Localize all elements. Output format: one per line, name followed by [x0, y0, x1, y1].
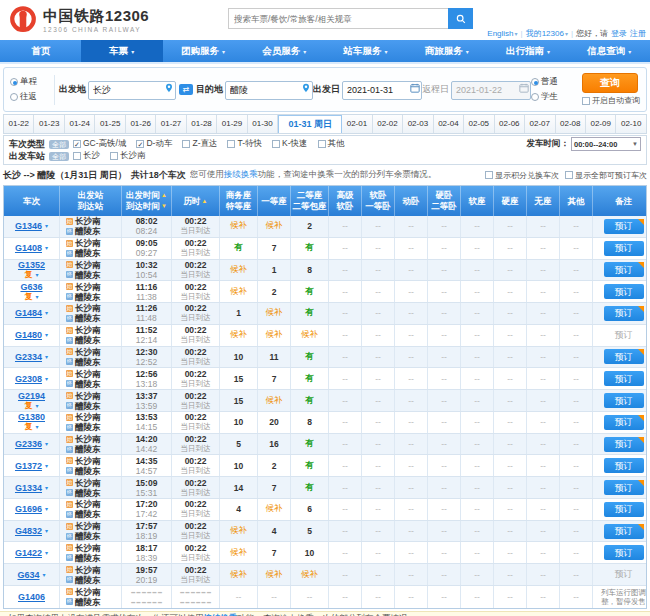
register-link[interactable]: 注册: [630, 28, 646, 39]
train-number-link[interactable]: G636: [20, 282, 42, 292]
filter-type-T-特快[interactable]: T-特快: [227, 138, 262, 150]
expand-row-icon[interactable]: ▾: [45, 374, 48, 384]
site-logo[interactable]: 中国铁路12306 12306 CHINA RAILWAY: [8, 5, 149, 35]
book-button[interactable]: 预订: [604, 284, 644, 299]
nav-item-7[interactable]: 信息查询▾: [569, 40, 650, 62]
site-search-input[interactable]: [228, 8, 448, 29]
swap-stations-button[interactable]: ⇄: [176, 84, 196, 95]
book-button[interactable]: 预订: [604, 262, 644, 277]
expand-row-icon[interactable]: ▾: [35, 422, 38, 432]
expand-row-icon[interactable]: ▾: [43, 570, 46, 580]
column-header-8[interactable]: 软卧一等卧: [362, 186, 395, 216]
filter-type-其他[interactable]: 其他: [318, 138, 345, 150]
waitlist-link[interactable]: 候补: [230, 569, 247, 581]
date-tab-01-26[interactable]: 01-26: [126, 115, 156, 133]
expand-row-icon[interactable]: ▾: [45, 526, 48, 536]
toggle-显示全部可预订车次[interactable]: 显示全部可预订车次: [565, 170, 647, 181]
train-number-link[interactable]: G1484: [15, 308, 42, 318]
student-passenger-radio[interactable]: 学生: [531, 91, 571, 103]
date-tab-01-27[interactable]: 01-27: [156, 115, 186, 133]
date-tab-02-02[interactable]: 02-02: [373, 115, 403, 133]
site-search-button[interactable]: [448, 8, 473, 29]
waitlist-link[interactable]: 候补: [230, 286, 247, 298]
expand-row-icon[interactable]: ▾: [45, 461, 48, 471]
expand-row-icon[interactable]: ▾: [45, 483, 48, 493]
nav-item-3[interactable]: 会员服务▾: [244, 40, 325, 62]
train-number-link[interactable]: G1422: [15, 548, 42, 558]
column-header-11[interactable]: 软座: [461, 186, 494, 216]
waitlist-link[interactable]: 候补: [230, 264, 247, 276]
waitlist-link[interactable]: 候补: [301, 329, 318, 341]
from-station-input[interactable]: [88, 81, 176, 100]
auto-query-toggle[interactable]: 开启自动查询: [582, 95, 640, 106]
expand-row-icon[interactable]: ▾: [45, 221, 48, 231]
waitlist-link[interactable]: 候补: [266, 395, 283, 407]
train-number-link[interactable]: G1352: [18, 260, 45, 270]
train-number-link[interactable]: G1696: [15, 504, 42, 514]
book-button[interactable]: 预订: [604, 415, 644, 430]
waitlist-link[interactable]: 候补: [230, 329, 247, 341]
one-way-radio[interactable]: 单程: [10, 76, 50, 88]
date-tab-01-25[interactable]: 01-25: [95, 115, 125, 133]
date-tab-01-24[interactable]: 01-24: [65, 115, 95, 133]
column-header-9[interactable]: 动卧: [395, 186, 428, 216]
train-number-link[interactable]: G1372: [15, 461, 42, 471]
waitlist-link[interactable]: 候补: [266, 329, 283, 341]
date-tab-02-09[interactable]: 02-09: [586, 115, 616, 133]
column-header-4[interactable]: 商务座特等座: [220, 186, 258, 216]
expand-row-icon[interactable]: ▾: [45, 308, 48, 318]
column-header-7[interactable]: 高级软卧: [329, 186, 362, 216]
book-button[interactable]: 预订: [604, 437, 644, 452]
nav-item-4[interactable]: 站车服务▾: [325, 40, 406, 62]
book-button[interactable]: 预订: [604, 393, 644, 408]
login-link[interactable]: 登录: [611, 28, 627, 39]
waitlist-link[interactable]: 候补: [266, 220, 283, 232]
book-button[interactable]: 预订: [604, 545, 644, 560]
expand-row-icon[interactable]: ▾: [45, 504, 48, 514]
train-number-link[interactable]: G1346: [15, 221, 42, 231]
column-header-6[interactable]: 二等座二等包座: [291, 186, 329, 216]
transfer-link[interactable]: 接续换乘: [224, 169, 258, 179]
column-header-15[interactable]: 备注: [593, 186, 650, 216]
book-button[interactable]: 预订: [604, 502, 644, 517]
date-tab-02-05[interactable]: 02-05: [464, 115, 494, 133]
date-tab-02-08[interactable]: 02-08: [556, 115, 586, 133]
column-header-0[interactable]: 车次: [4, 186, 60, 216]
train-number-link[interactable]: G4832: [15, 526, 42, 536]
train-number-link[interactable]: G1406: [18, 592, 45, 602]
filter-type-GC-高铁/城[interactable]: ✓GC-高铁/城: [73, 138, 126, 150]
waitlist-link[interactable]: 候补: [230, 525, 247, 537]
book-button[interactable]: 预订: [604, 306, 644, 321]
expand-row-icon[interactable]: ▾: [45, 243, 48, 253]
depart-time-select[interactable]: 00:00--24:00▼: [571, 137, 641, 151]
expand-row-icon[interactable]: ▾: [35, 401, 38, 411]
column-header-5[interactable]: 一等座: [258, 186, 291, 216]
column-header-13[interactable]: 无座: [527, 186, 560, 216]
to-station-input[interactable]: [225, 81, 313, 100]
date-tab-02-10[interactable]: 02-10: [616, 115, 645, 133]
waitlist-link[interactable]: 候补: [266, 503, 283, 515]
book-button[interactable]: 预订: [604, 241, 644, 256]
date-tab-01-30[interactable]: 01-30: [248, 115, 278, 133]
column-header-2[interactable]: 出发时间▲到达时间▼: [122, 186, 172, 216]
train-number-link[interactable]: G1408: [15, 243, 42, 253]
train-number-link[interactable]: G1380: [18, 412, 45, 422]
column-header-12[interactable]: 硬座: [494, 186, 527, 216]
train-type-all-badge[interactable]: 全部: [49, 140, 69, 149]
nav-item-6[interactable]: 出行指南▾: [488, 40, 569, 62]
train-number-link[interactable]: G1480: [15, 330, 42, 340]
sort-asc-icon[interactable]: ▲: [202, 196, 208, 207]
nav-item-5[interactable]: 商旅服务▾: [406, 40, 487, 62]
train-number-link[interactable]: G1334: [15, 483, 42, 493]
book-button[interactable]: 预订: [604, 524, 644, 539]
date-tab-02-01[interactable]: 02-01: [342, 115, 372, 133]
train-number-link[interactable]: G634: [17, 570, 39, 580]
filter-type-D-动车[interactable]: ✓D-动车: [136, 138, 172, 150]
column-header-10[interactable]: 硬卧二等卧: [428, 186, 461, 216]
date-tab-02-03[interactable]: 02-03: [403, 115, 433, 133]
expand-row-icon[interactable]: ▾: [45, 548, 48, 558]
train-number-link[interactable]: G2336: [15, 439, 42, 449]
expand-row-icon[interactable]: ▾: [35, 270, 38, 280]
date-tab-01-23[interactable]: 01-23: [34, 115, 64, 133]
nav-item-0[interactable]: 首页: [0, 40, 81, 62]
